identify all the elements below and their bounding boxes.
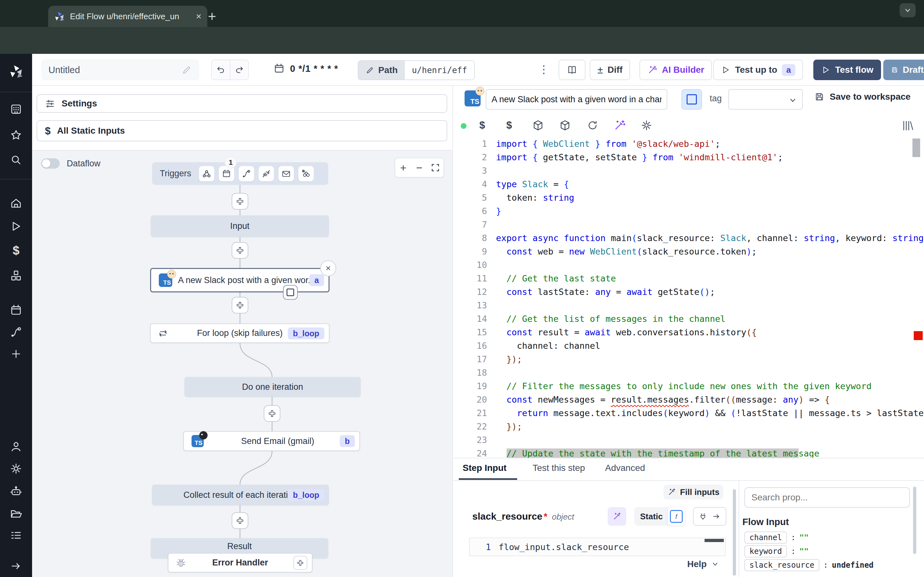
add-step-button[interactable] xyxy=(232,512,248,529)
save-to-workspace-button[interactable]: Save to workspace xyxy=(814,92,911,102)
email-trigger-icon[interactable] xyxy=(278,166,294,181)
step-id-button[interactable] xyxy=(682,89,702,110)
ai-wand-icon[interactable] xyxy=(614,119,626,131)
sidebar-item-add[interactable] xyxy=(10,348,23,360)
fill-inputs-button[interactable]: Fill inputs xyxy=(664,485,723,500)
node-send-email[interactable]: TS Send Email (gmail) b xyxy=(183,431,360,451)
form-scrollbar-thumb[interactable] xyxy=(733,489,736,576)
sidebar-item-users[interactable] xyxy=(10,440,23,453)
all-static-inputs-row[interactable]: $ All Static Inputs xyxy=(37,120,447,141)
ai-builder-button[interactable]: AI Builder xyxy=(640,60,712,80)
flow-input-prop[interactable]: slack_resource:undefined xyxy=(744,559,874,571)
reload-icon[interactable] xyxy=(586,119,599,131)
more-options-icon[interactable]: ⋮ xyxy=(538,63,549,76)
node-slack-step[interactable]: TS A new Slack post with a given wor... … xyxy=(150,268,330,292)
wand-icon xyxy=(612,512,622,521)
flow-name-field[interactable]: Untitled xyxy=(42,60,199,80)
test-up-to-button[interactable]: Test up to a xyxy=(713,60,803,80)
search-prop-input[interactable] xyxy=(744,487,910,508)
code-line: 13 xyxy=(453,299,924,312)
settings-row[interactable]: Settings xyxy=(37,94,447,113)
undo-button[interactable] xyxy=(212,60,230,79)
code-editor[interactable]: 1import { WebClient } from '@slack/web-a… xyxy=(453,137,924,460)
tab-step-input[interactable]: Step Input xyxy=(463,463,507,473)
http-route-trigger-icon[interactable] xyxy=(239,166,254,181)
path-chip[interactable]: Path u/henri/eff xyxy=(358,60,475,80)
sidebar-item-schedules[interactable] xyxy=(10,304,23,317)
sidebar-item-workspace[interactable] xyxy=(10,103,23,115)
draft-button[interactable]: Draft xyxy=(883,60,924,80)
prop-key[interactable]: slack_resource xyxy=(744,559,819,571)
tab-test-this-step[interactable]: Test this step xyxy=(533,463,585,473)
resources-icon[interactable]: $ xyxy=(506,119,512,131)
remove-step-button[interactable]: × xyxy=(320,260,336,276)
sidebar-item-home[interactable] xyxy=(10,197,23,210)
connect-input-group[interactable] xyxy=(693,507,726,526)
new-tab-button[interactable]: + xyxy=(208,8,216,24)
sidebar-item-variables[interactable]: $ xyxy=(13,243,19,258)
zoom-in-button[interactable]: + xyxy=(395,158,411,177)
step-name-input[interactable] xyxy=(486,89,667,110)
sidebar-item-search[interactable] xyxy=(10,154,23,167)
editor-scrollbar-thumb[interactable] xyxy=(913,139,920,157)
field-name: slack_resource xyxy=(472,511,543,522)
browser-tab[interactable]: Edit Flow u/henri/effective_un × xyxy=(48,6,207,27)
node-forloop[interactable]: For loop (skip failures) b_loop xyxy=(150,324,330,343)
poll-trigger-icon[interactable] xyxy=(298,166,314,181)
windmill-logo-icon[interactable] xyxy=(9,64,23,79)
websocket-trigger-icon[interactable] xyxy=(258,166,274,181)
add-step-button[interactable] xyxy=(232,297,248,314)
gear-icon[interactable] xyxy=(640,119,653,131)
expression-editor[interactable]: 1 flow_input.slack_resource xyxy=(469,538,726,556)
tag-select[interactable] xyxy=(728,89,803,110)
add-step-button[interactable] xyxy=(264,405,280,422)
flow-input-prop[interactable]: keyword:"" xyxy=(744,545,809,558)
tab-close-icon[interactable]: × xyxy=(196,11,202,21)
add-error-handler-button[interactable] xyxy=(293,556,307,570)
mini-hscrollbar[interactable] xyxy=(704,539,724,542)
add-step-button[interactable] xyxy=(232,242,248,259)
prop-key[interactable]: keyword xyxy=(744,545,787,558)
redo-button[interactable] xyxy=(230,60,248,79)
schedule-button[interactable]: 0 */1 * * * * xyxy=(273,63,338,74)
flow-input-prop[interactable]: channel:"" xyxy=(744,532,809,544)
sidebar-item-resources[interactable] xyxy=(10,269,23,282)
help-button[interactable]: Help xyxy=(687,559,719,569)
sidebar-item-folders[interactable] xyxy=(10,507,23,520)
javascript-expression-button[interactable]: ƒ xyxy=(668,507,685,526)
dataflow-toggle[interactable] xyxy=(41,158,60,169)
variables-icon[interactable]: $ xyxy=(479,119,485,131)
docs-button[interactable] xyxy=(559,60,586,80)
code-line: 11 // Get the last state xyxy=(453,272,924,285)
tab-advanced[interactable]: Advanced xyxy=(605,463,645,473)
calendar-icon xyxy=(273,63,285,74)
node-do-one-iteration[interactable]: Do one iteration xyxy=(184,377,360,397)
node-error-handler[interactable]: Error Handler xyxy=(168,553,312,572)
package-icon[interactable] xyxy=(532,119,544,131)
flow-graph[interactable]: Dataflow + − Triggers 1 In xyxy=(32,150,452,577)
prop-value: undefined xyxy=(832,561,874,570)
node-collect-result[interactable]: Collect result of each iteration b_loop xyxy=(152,485,329,505)
sidebar-item-logs[interactable] xyxy=(10,529,23,542)
node-input[interactable]: Input xyxy=(151,215,329,237)
test-flow-button[interactable]: Test flow xyxy=(813,60,881,80)
ai-fill-button[interactable] xyxy=(607,507,626,526)
sidebar-collapse-icon[interactable] xyxy=(10,560,23,572)
sidebar-item-workers[interactable] xyxy=(10,485,23,498)
props-scrollbar-thumb[interactable] xyxy=(913,487,916,554)
package-icon[interactable] xyxy=(559,119,571,131)
sidebar-item-runs[interactable] xyxy=(10,220,23,233)
tab-search-chevron-icon[interactable] xyxy=(900,3,916,17)
sidebar-item-favorites[interactable] xyxy=(10,129,23,142)
sidebar-item-settings[interactable] xyxy=(10,462,23,475)
stop-after-step-button[interactable] xyxy=(283,285,298,300)
prop-key[interactable]: channel xyxy=(744,532,787,544)
webhook-trigger-icon[interactable] xyxy=(199,166,214,181)
library-icon[interactable] xyxy=(901,119,914,132)
add-step-button[interactable] xyxy=(232,193,248,210)
diff-button[interactable]: ± Diff xyxy=(590,60,630,80)
app-sidebar: $ xyxy=(0,54,32,577)
sidebar-item-routes[interactable] xyxy=(10,326,23,338)
zoom-out-button[interactable]: − xyxy=(411,158,427,177)
fit-view-button[interactable] xyxy=(427,158,443,177)
